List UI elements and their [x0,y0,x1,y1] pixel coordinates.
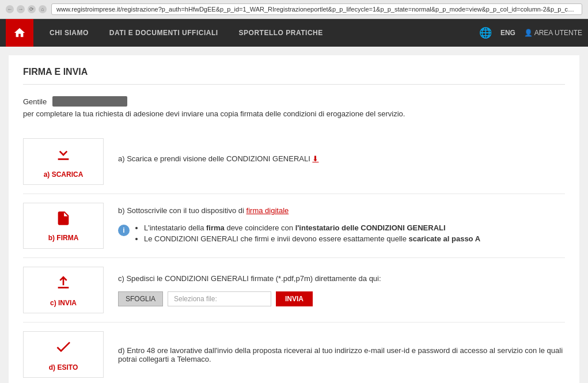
step-b-label: b) FIRMA [48,234,79,242]
globe-icon: 🌐 [479,26,492,39]
greeting-text: per completare la tua richiesta di adesi… [23,109,565,118]
nav-dati-documenti[interactable]: DATI E DOCUMENTI UFFICIALI [99,19,229,47]
step-b-content: b) Sottoscrivile con il tuo dispositivo … [118,203,565,249]
back-button[interactable]: ← [6,5,14,13]
home-nav-icon[interactable] [6,19,33,47]
step-b-row: b) FIRMA b) Sottoscrivile con il tuo dis… [23,194,565,258]
address-bar[interactable]: www.registroimprese.it/registrazione?p_a… [51,3,582,15]
file-input-display[interactable]: Seleziona file: [168,291,271,306]
step-a-description: a) Scarica e prendi visione delle CONDIZ… [118,154,565,163]
condizioni-generali-link[interactable]: ⬇ [312,154,318,163]
nav-right: 🌐 ENG AREA UTENTE [479,26,582,39]
steps-container: a) SCARICA a) Scarica e prendi visione d… [23,130,565,383]
browser-nav-buttons: ← → ⟳ ⌂ [6,5,47,13]
step-b-description: b) Sottoscrivile con il tuo dispositivo … [118,206,565,215]
step-b-text: b) Sottoscrivile con il tuo dispositivo … [118,206,246,215]
greeting-row: Gentile [23,96,565,107]
step-d-icon-box[interactable]: d) ESITO [23,331,104,378]
browser-chrome: ← → ⟳ ⌂ www.registroimprese.it/registraz… [0,0,588,19]
step-c-content: c) Spedisci le CONDIZIONI GENERALI firma… [118,267,565,313]
step-a-row: a) SCARICA a) Scarica e prendi visione d… [23,130,565,194]
nav-sportello[interactable]: SPORTELLO PRATICHE [229,19,333,47]
info-item-1: L'intestatario della firma deve coincide… [144,223,480,232]
check-icon [54,338,73,360]
step-d-description: d) Entro 48 ore lavorative dall'invio de… [118,346,565,363]
step-c-row: c) INVIA c) Spedisci le CONDIZIONI GENER… [23,258,565,323]
greeting-name-placeholder [52,96,127,107]
nav-items: CHI SIAMO DATI E DOCUMENTI UFFICIALI SPO… [39,19,333,47]
forward-button[interactable]: → [17,5,25,13]
step-a-label: a) SCARICA [44,170,84,179]
sfoglia-button[interactable]: SFOGLIA [118,291,163,306]
upload-icon [54,273,73,295]
main-content: FIRMA E INVIA Gentile per completare la … [9,55,579,383]
home-nav-button[interactable]: ⌂ [39,5,47,13]
upload-row: SFOGLIA Seleziona file: INVIA [118,291,565,306]
step-a-icon-box[interactable]: a) SCARICA [23,138,104,185]
top-navigation: CHI SIAMO DATI E DOCUMENTI UFFICIALI SPO… [0,19,588,47]
step-d-label: d) ESITO [49,363,78,371]
area-utente-link[interactable]: AREA UTENTE [524,29,582,37]
step-c-description: c) Spedisci le CONDIZIONI GENERALI firma… [118,274,565,283]
language-selector[interactable]: ENG [500,29,515,37]
firma-icon [55,210,71,230]
firma-digitale-link[interactable]: firma digitale [246,206,289,215]
greeting-label: Gentile [23,97,47,106]
info-icon: i [118,225,130,236]
step-b-icon-box[interactable]: b) FIRMA [23,203,104,249]
download-icon [54,145,73,167]
info-list: L'intestatario della firma deve coincide… [135,223,480,245]
page-title: FIRMA E INVIA [23,67,565,85]
step-d-content: d) Entro 48 ore lavorative dall'invio de… [118,331,565,378]
step-d-row: d) ESITO d) Entro 48 ore lavorative dall… [23,323,565,383]
step-a-content: a) Scarica e prendi visione delle CONDIZ… [118,138,565,185]
step-c-icon-box[interactable]: c) INVIA [23,267,104,313]
step-c-label: c) INVIA [50,299,77,307]
greeting-section: Gentile per completare la tua richiesta … [23,96,565,118]
info-item-2: Le CONDIZIONI GENERALI che firmi e invii… [144,234,480,243]
invia-button[interactable]: INVIA [276,291,313,306]
nav-chi-siamo[interactable]: CHI SIAMO [39,19,99,47]
step-a-text: a) Scarica e prendi visione delle CONDIZ… [118,154,312,163]
info-box: i L'intestatario della firma deve coinci… [118,223,565,245]
reload-button[interactable]: ⟳ [28,5,36,13]
